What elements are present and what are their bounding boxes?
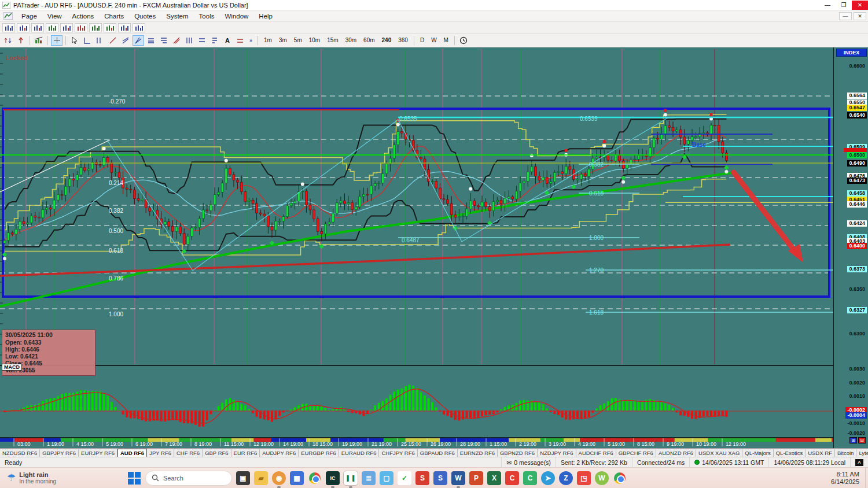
wise-icon[interactable]: W — [595, 471, 609, 485]
sort-ascending-icon[interactable] — [2, 35, 14, 46]
menu-item-system[interactable]: System — [161, 12, 193, 21]
mdi-close-button[interactable]: ✕ — [854, 12, 866, 20]
tab-gbpnzd-rf6[interactable]: GBPNZD RF6 — [498, 449, 538, 457]
menu-item-tools[interactable]: Tools — [194, 12, 220, 21]
status-messages[interactable]: ✉ 0 message(s) — [501, 457, 555, 467]
scatter-chart-icon[interactable] — [75, 23, 87, 32]
bars-chart-icon[interactable] — [2, 23, 15, 32]
menu-item-actions[interactable]: Actions — [67, 12, 100, 21]
camtasia-icon[interactable]: C — [523, 471, 537, 485]
tab-euraud-rf6[interactable]: EURAUD RF6 — [339, 449, 380, 457]
vertical-grid-icon[interactable] — [183, 35, 195, 46]
zoom-out-button[interactable]: ⊟ — [858, 437, 866, 443]
zoom-in-button[interactable]: ⊞ — [849, 437, 857, 443]
tab-gbp-rf6[interactable]: GBP RF6 — [203, 449, 231, 457]
text-levels-icon[interactable] — [209, 35, 220, 46]
price-axis[interactable]: INDEX ⊞ ⊟ 0.66000.65640.65500.65470.6540… — [833, 47, 868, 448]
shotcut-icon[interactable]: S — [433, 471, 447, 485]
sort-descending-icon[interactable] — [15, 35, 27, 46]
tab-eurjpy-rf6[interactable]: EURJPY RF6 — [79, 449, 117, 457]
price-chart[interactable]: Base-0.2700.2140.3820.5000.6180.7861.000… — [0, 47, 833, 448]
chrome-icon[interactable] — [308, 471, 322, 485]
tab-audjpy-rf6[interactable]: AUDJPY RF6 — [260, 449, 299, 457]
volume-bars-icon[interactable] — [118, 23, 131, 32]
text-tool-icon[interactable]: A — [222, 35, 233, 46]
timeframe-1m[interactable]: 1m — [261, 36, 275, 45]
powerpoint-icon[interactable]: P — [469, 471, 483, 485]
tab-audchf-rf6[interactable]: AUDCHF RF6 — [576, 449, 616, 457]
minimize-button[interactable]: — — [819, 1, 836, 10]
crimson-icon[interactable]: C — [505, 471, 519, 485]
fib-levels-icon[interactable] — [145, 35, 157, 46]
show-desktop-button[interactable] — [865, 468, 868, 488]
photos-icon[interactable]: ▢ — [380, 471, 393, 485]
period-d[interactable]: D — [417, 36, 427, 45]
file-explorer-icon[interactable]: ▰ — [254, 471, 268, 485]
period-m[interactable]: M — [441, 36, 451, 45]
parallel-lines-icon[interactable] — [171, 35, 182, 46]
menu-item-page[interactable]: Page — [16, 12, 42, 21]
maximize-button[interactable]: ❐ — [836, 1, 852, 10]
check-icon[interactable]: ✓ — [398, 471, 411, 485]
tab-gbpchf-rf6[interactable]: GBPCHF RF6 — [616, 449, 656, 457]
task-view-icon[interactable]: ▣ — [236, 471, 250, 485]
tab-aud-rf6[interactable]: AUD RF6 — [117, 449, 147, 457]
histogram-icon[interactable] — [33, 35, 45, 46]
search-box[interactable]: Search — [145, 471, 232, 486]
trend-arrow-icon[interactable] — [104, 23, 116, 32]
menu-item-view[interactable]: View — [42, 12, 67, 21]
tab-nzdjpy-rf6[interactable]: NZDJPY RF6 — [538, 449, 576, 457]
notes-icon[interactable]: ≣ — [362, 471, 376, 485]
toolbar-overflow-button[interactable]: » — [247, 38, 255, 43]
period-w[interactable]: W — [428, 36, 439, 45]
tab-ql-exotics[interactable]: QL-Exotics — [774, 449, 806, 457]
gann-levels-icon[interactable] — [158, 35, 170, 46]
timeframe-3m[interactable]: 3m — [276, 36, 290, 45]
trend-start-icon[interactable] — [82, 35, 93, 46]
appgallery-icon[interactable]: ◳ — [577, 471, 591, 485]
tab-audnzd-rf6[interactable]: AUDNZD RF6 — [656, 449, 696, 457]
excel-icon[interactable]: X — [487, 471, 501, 485]
candle-chart-icon[interactable] — [60, 23, 73, 32]
andrews-icon[interactable] — [234, 35, 246, 46]
tab-chf-rf6[interactable]: CHF RF6 — [174, 449, 203, 457]
patrader-icon[interactable]: ▌▐ — [344, 471, 358, 485]
taskbar-clock[interactable]: 8:11 AM 6/14/2025 — [831, 471, 865, 486]
timeframe-240[interactable]: 240 — [379, 36, 395, 45]
index-button[interactable]: INDEX — [836, 49, 867, 57]
tab-nzdusd-rf6[interactable]: NZDUSD RF6 — [0, 449, 40, 457]
horizontal-lines-icon[interactable] — [196, 35, 208, 46]
timeframe-60m[interactable]: 60m — [361, 36, 377, 45]
menu-item-charts[interactable]: Charts — [99, 12, 129, 21]
contacts-icon[interactable]: ◉ — [272, 471, 286, 485]
trendline-icon[interactable] — [107, 35, 119, 46]
tab-bitcoin[interactable]: Bitcoin — [835, 449, 857, 457]
sticky-notes-icon[interactable]: S — [415, 471, 429, 485]
ohlc-chart-icon[interactable] — [31, 23, 44, 32]
tab-ql-majors[interactable]: QL-Majors — [742, 449, 773, 457]
tab-eurgbp-rf6[interactable]: EURGBP RF6 — [299, 449, 339, 457]
crosshair-tool-icon[interactable] — [51, 35, 62, 46]
calculator-icon[interactable]: ▦ — [290, 471, 304, 485]
line-bars-icon[interactable] — [17, 23, 30, 32]
line-chart-icon[interactable] — [46, 23, 58, 32]
timeframe-360[interactable]: 360 — [395, 36, 411, 45]
weather-widget[interactable]: ☂ Light rain In the morning — [0, 471, 127, 485]
tab-eur-rf6[interactable]: EUR RF6 — [231, 449, 260, 457]
depth-chart-icon[interactable] — [133, 23, 145, 32]
zoom-icon[interactable]: Z — [559, 471, 573, 485]
close-button[interactable]: ✕ — [852, 1, 868, 10]
tab-lyte[interactable]: Lyte — [856, 449, 868, 457]
tab-chfjpy-rf6[interactable]: CHFJPY RF6 — [379, 449, 417, 457]
menu-item-help[interactable]: Help — [253, 12, 278, 21]
clock-icon[interactable] — [458, 35, 469, 46]
ic-markets-icon[interactable]: IC — [326, 471, 340, 485]
word-icon[interactable]: W — [451, 471, 465, 485]
tab-usdx-xau-xag[interactable]: USDX XAU XAG — [696, 449, 742, 457]
trend-up-icon[interactable] — [89, 23, 102, 32]
tab-eurnzd-rf6[interactable]: EURNZD RF6 — [458, 449, 498, 457]
tab-usdx-rf[interactable]: USDX RF — [806, 449, 835, 457]
pitchfork-icon[interactable] — [133, 35, 144, 46]
timeframe-30m[interactable]: 30m — [343, 36, 359, 45]
tab-gbpaud-rf6[interactable]: GBPAUD RF6 — [418, 449, 458, 457]
